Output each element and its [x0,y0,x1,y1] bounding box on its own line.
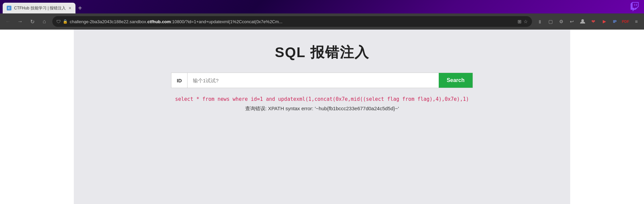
ip-button[interactable]: IP [610,16,620,27]
address-text: challenge-2ba3a2043c188e22.sandbox.ctfhu… [70,19,516,24]
security-icon: 🛡 [56,19,61,24]
bookmark-icon[interactable]: ☆ [524,19,528,24]
favorites-button[interactable]: ❤ [588,16,598,27]
search-input[interactable] [187,73,439,88]
page-title: SQL 报错注入 [275,43,369,62]
search-button[interactable]: Search [439,73,473,88]
back-button[interactable]: ← [3,16,13,27]
extensions-button[interactable]: ⚙ [556,16,566,27]
left-margin [0,30,74,204]
tab-bar: C CTFHub 技能学习 | 报错注入 × + [0,0,644,13]
tab-bar-right [628,1,641,12]
address-bar[interactable]: 🛡 🔒 challenge-2ba3a2043c188e22.sandbox.c… [52,16,532,27]
reload-button[interactable]: ↻ [27,16,38,27]
pdf-button[interactable]: PDF [621,16,631,27]
undo-button[interactable]: ↩ [567,16,577,27]
sql-query-display: select * from news where id=1 and update… [175,96,469,102]
sidebar-button[interactable]: ▢ [545,16,555,27]
twitch-icon [628,1,641,12]
error-message: 查询错误: XPATH syntax error: '~hub{fb1bccc2… [245,106,399,112]
tab-title: CTFHub 技能学习 | 报错注入 [14,5,66,11]
navigation-bar: ← → ↻ ⌂ 🛡 🔒 challenge-2ba3a2043c188e22.s… [0,13,644,30]
home-button[interactable]: ⌂ [39,16,50,27]
tab-favicon: C [7,6,11,10]
search-form: ID Search [171,73,473,88]
svg-point-0 [581,19,584,22]
right-margin [570,30,644,204]
menu-button[interactable]: ≡ [631,16,641,27]
tab-close-button[interactable]: × [68,6,71,10]
id-label: ID [171,73,187,88]
profile-button[interactable] [578,16,588,27]
new-tab-button[interactable]: + [75,4,85,12]
page-content: SQL 报错注入 ID Search select * from news wh… [0,30,644,204]
nav-right-toolbar: ||| ▢ ⚙ ↩ ❤ ▶ IP PDF ≡ [535,16,641,27]
main-content-area: SQL 报错注入 ID Search select * from news wh… [74,30,570,204]
active-tab[interactable]: C CTFHub 技能学习 | 报错注入 × [3,3,75,13]
forward-button[interactable]: → [15,16,25,27]
domain-text: ctfhub.com [147,19,171,24]
qr-code-icon[interactable]: ⊞ [518,19,522,24]
browser-icon-button[interactable]: ▶ [599,16,609,27]
reading-list-button[interactable]: ||| [535,16,545,27]
lock-icon: 🔒 [63,19,68,24]
